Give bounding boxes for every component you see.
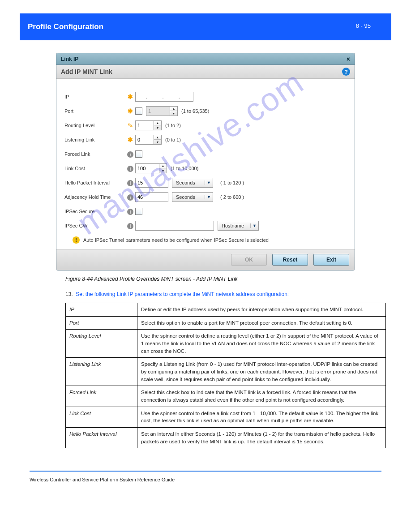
dialog-subtitle: Add IP MiNT Link: [61, 68, 112, 75]
chevron-down-icon: ▼: [205, 195, 213, 199]
dialog-title: Link IP: [61, 56, 78, 62]
ok-button: OK: [231, 254, 267, 266]
ipsec-secure-checkbox[interactable]: [135, 208, 142, 215]
table-key: Hello Packet Interval: [66, 428, 137, 448]
label-routing-level: Routing Level: [64, 123, 125, 128]
ipsec-gw-input[interactable]: [135, 221, 214, 231]
label-port: Port: [64, 108, 125, 114]
port-input: [146, 106, 170, 116]
label-adjacency: Adjacency Hold Time: [64, 194, 125, 200]
info-icon: i: [125, 179, 135, 187]
table-key: Routing Level: [66, 330, 137, 358]
ip-input[interactable]: [135, 92, 193, 102]
table-key: Forced Link: [66, 386, 137, 407]
chevron-down-icon: ▼: [205, 180, 213, 185]
footer-rule: [30, 471, 381, 472]
reset-button[interactable]: Reset: [272, 254, 308, 266]
label-ipsec-gw: IPSec GW: [64, 223, 125, 228]
dialog-subheader: Add IP MiNT Link ?: [56, 65, 355, 79]
close-icon[interactable]: ×: [347, 56, 350, 63]
label-link-cost: Link Cost: [64, 166, 125, 171]
dialog-titlebar: Link IP ×: [56, 53, 355, 65]
required-icon: ✱: [125, 136, 135, 143]
label-hello: Hello Packet Interval: [64, 180, 125, 185]
routing-hint: (1 to 2): [165, 123, 181, 128]
port-spinner: ▲▼: [170, 106, 178, 116]
routing-level-input[interactable]: [135, 120, 154, 130]
intro-text: 13. Set the following Link IP parameters…: [65, 290, 384, 298]
adjacency-hint: ( 2 to 600 ): [220, 194, 244, 200]
exit-button[interactable]: Exit: [313, 254, 349, 266]
page-number: 8 - 95: [356, 22, 371, 29]
link-cost-hint: (1 to 10,000): [171, 166, 198, 171]
table-value: Set an interval in either Seconds (1 - 1…: [137, 428, 386, 448]
table-value: Define or edit the IP address used by pe…: [137, 303, 386, 317]
figure-caption: Figure 8-44 Advanced Profile Overrides M…: [65, 276, 411, 282]
table-key: Port: [66, 316, 137, 330]
edit-icon: ✎: [125, 122, 135, 129]
table-value: Use the spinner control to define a rout…: [137, 330, 386, 358]
table-value: Select this check box to indicate that t…: [137, 386, 386, 407]
adjacency-unit-select[interactable]: Seconds▼: [172, 192, 213, 202]
forced-link-checkbox[interactable]: [135, 150, 142, 158]
label-listening-link: Listening Link: [64, 137, 125, 142]
info-icon: i: [125, 208, 135, 215]
table-key: Link Cost: [66, 407, 137, 427]
table-key: Listening Link: [66, 358, 137, 386]
routing-level-spinner[interactable]: ▲▼: [154, 120, 162, 130]
label-forced-link: Forced Link: [64, 151, 125, 157]
link-cost-input[interactable]: [135, 163, 159, 173]
info-icon: i: [125, 150, 135, 158]
ipsec-gw-type-select[interactable]: Hostname▼: [218, 221, 259, 231]
port-enable-checkbox[interactable]: [135, 107, 142, 115]
hello-input[interactable]: [135, 178, 168, 188]
parameter-table: IPDefine or edit the IP address used by …: [65, 303, 386, 448]
table-value: Use the spinner control to define a link…: [137, 407, 386, 427]
info-icon: i: [125, 165, 135, 172]
label-ip: IP: [64, 94, 125, 99]
banner-title: Profile Configuration: [28, 22, 103, 31]
required-icon: ✱: [125, 93, 135, 100]
table-value: Select this option to enable a port for …: [137, 316, 386, 330]
warning-row: ! Auto IPSec Tunnel parameters need to b…: [73, 236, 347, 244]
hello-unit-select[interactable]: Seconds▼: [172, 178, 213, 188]
link-cost-spinner[interactable]: ▲▼: [159, 163, 167, 173]
listening-hint: (0 to 1): [165, 137, 181, 142]
chevron-down-icon: ▼: [250, 223, 258, 228]
warning-icon: !: [73, 236, 80, 244]
table-key: IP: [66, 303, 137, 317]
port-hint: (1 to 65,535): [181, 108, 209, 114]
required-icon: ✱: [125, 107, 135, 115]
info-icon: i: [125, 222, 135, 230]
listening-link-spinner[interactable]: ▲▼: [154, 135, 162, 145]
adjacency-input[interactable]: [135, 192, 168, 202]
table-value: Specify a Listening Link (from 0 - 1) us…: [137, 358, 386, 386]
info-icon: i: [125, 193, 135, 201]
dialog-footer: OK Reset Exit: [56, 249, 355, 270]
listening-link-input[interactable]: [135, 135, 154, 145]
help-icon[interactable]: ?: [342, 68, 350, 76]
hello-hint: ( 1 to 120 ): [220, 180, 244, 185]
link-ip-dialog: Link IP × Add IP MiNT Link ? IP ✱ Port ✱…: [56, 53, 355, 270]
footer-text: Wireless Controller and Service Platform…: [30, 477, 411, 482]
dialog-body: IP ✱ Port ✱ ▲▼ (1 to 65,535) Routing Lev…: [56, 79, 355, 249]
warning-text: Auto IPSec Tunnel parameters need to be …: [83, 237, 269, 243]
label-ipsec-secure: IPSec Secure: [64, 209, 125, 214]
